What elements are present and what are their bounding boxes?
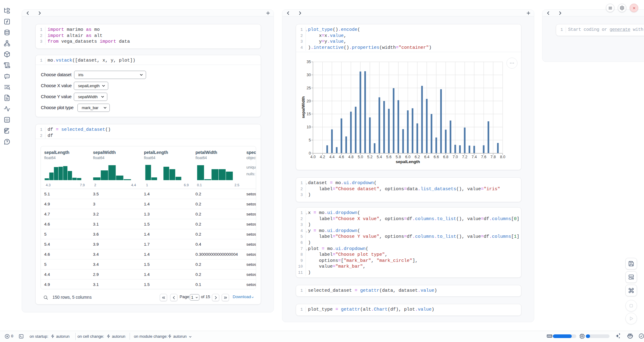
svg-text:5.4: 5.4 (377, 155, 382, 159)
svg-text:4.2: 4.2 (320, 155, 325, 159)
svg-text:7.6: 7.6 (481, 155, 486, 159)
svg-text:6.6: 6.6 (434, 155, 439, 159)
svg-text:5.0: 5.0 (358, 155, 363, 159)
svg-text:6.2: 6.2 (415, 155, 420, 159)
svg-text:6.0: 6.0 (405, 155, 410, 159)
svg-text:15: 15 (306, 112, 311, 116)
svg-text:4.8: 4.8 (348, 155, 353, 159)
svg-text:5: 5 (309, 138, 311, 142)
svg-text:10: 10 (306, 125, 311, 129)
svg-text:7.8: 7.8 (491, 155, 496, 159)
svg-text:6.4: 6.4 (424, 155, 429, 159)
svg-text:5.6: 5.6 (386, 155, 392, 159)
svg-text:7.0: 7.0 (453, 155, 458, 159)
svg-text:4.0: 4.0 (310, 155, 316, 159)
svg-text:4.4: 4.4 (329, 155, 335, 159)
svg-text:5.8: 5.8 (396, 155, 401, 159)
svg-text:35: 35 (306, 60, 311, 64)
svg-text:30: 30 (306, 73, 311, 77)
svg-text:4.6: 4.6 (339, 155, 344, 159)
svg-text:20: 20 (306, 99, 311, 103)
svg-text:sepalWidth: sepalWidth (301, 96, 306, 118)
svg-text:8.0: 8.0 (500, 155, 505, 159)
svg-text:sepalLength: sepalLength (396, 159, 420, 164)
svg-text:6.8: 6.8 (443, 155, 448, 159)
svg-text:7.2: 7.2 (462, 155, 467, 159)
svg-text:5.2: 5.2 (367, 155, 372, 159)
svg-text:7.4: 7.4 (471, 155, 477, 159)
svg-text:25: 25 (306, 86, 311, 90)
